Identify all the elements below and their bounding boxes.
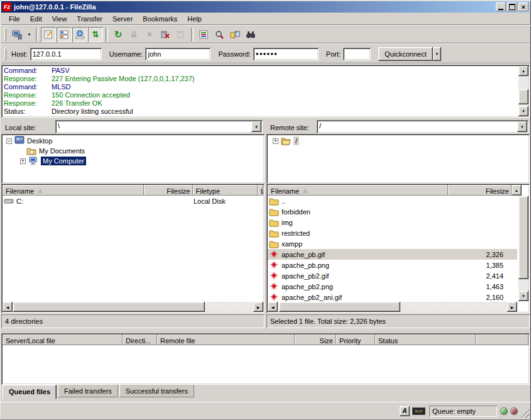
chevron-down-icon[interactable]: ▼ xyxy=(251,121,261,132)
scrollbar-thumb[interactable] xyxy=(518,196,528,279)
folder-icon xyxy=(269,239,279,249)
scroll-right-icon[interactable]: ▶ xyxy=(507,302,517,312)
scrollbar-thumb[interactable] xyxy=(13,302,205,312)
port-input[interactable] xyxy=(343,48,371,60)
file-row-selected[interactable]: apache_pb.gif2,326 xyxy=(268,249,517,260)
column-filesize[interactable]: Filesize xyxy=(448,185,512,196)
scroll-left-icon[interactable]: ◀ xyxy=(3,302,13,312)
folder-row[interactable]: .. xyxy=(268,196,517,206)
toggle-transfer-queue-button[interactable]: ⇅ xyxy=(88,27,103,42)
column-last-modified[interactable]: L xyxy=(258,185,263,196)
local-hscrollbar[interactable]: ◀ ▶ xyxy=(3,302,263,312)
toolbar-separator xyxy=(191,28,194,41)
tab-successful-transfers[interactable]: Successful transfers xyxy=(119,385,194,397)
site-manager-icon xyxy=(12,30,22,40)
remote-site-combo[interactable]: / ▼ xyxy=(317,120,528,133)
file-row-c-drive[interactable]: C: Local Disk xyxy=(3,196,263,206)
file-row[interactable]: apache_pb2_ani.gif2,160 xyxy=(268,292,517,301)
menu-help[interactable]: Help xyxy=(182,14,207,24)
file-row[interactable]: apache_pb.png1,385 xyxy=(268,260,517,270)
scroll-down-icon[interactable]: ▼ xyxy=(518,291,528,301)
remote-vscrollbar[interactable]: ▼ xyxy=(518,196,528,301)
toggle-remote-tree-button[interactable] xyxy=(72,27,87,42)
site-manager-button[interactable] xyxy=(9,27,25,42)
remote-hscrollbar[interactable]: ◀ ▶ xyxy=(268,302,517,312)
toggle-message-log-button[interactable] xyxy=(41,27,56,42)
local-list-header: Filename Filesize Filetype L xyxy=(3,185,263,196)
column-priority[interactable]: Priority xyxy=(336,334,375,345)
filter-button[interactable] xyxy=(196,27,211,42)
column-direction[interactable]: Directi... xyxy=(123,334,157,345)
menu-server[interactable]: Server xyxy=(107,14,138,24)
menu-file[interactable]: File xyxy=(4,14,25,24)
expand-icon[interactable]: + xyxy=(20,158,26,164)
folder-row[interactable]: restricted xyxy=(268,228,517,238)
search-button[interactable] xyxy=(243,27,258,42)
tree-item-desktop[interactable]: − Desktop xyxy=(6,136,52,146)
titlebar[interactable]: Fz john@127.0.0.1 - FileZilla × xyxy=(1,1,530,13)
cancel-button[interactable]: × xyxy=(142,27,157,42)
file-row[interactable]: apache_pb2.png1,463 xyxy=(268,281,517,292)
column-size[interactable]: Size xyxy=(295,334,336,345)
toolbar-gripper[interactable] xyxy=(4,28,6,41)
column-server-local-file[interactable]: Server/Local file xyxy=(3,334,123,345)
quickconnect-gripper[interactable] xyxy=(4,48,6,60)
sort-ascending-icon xyxy=(303,189,308,193)
reconnect-button[interactable] xyxy=(173,27,189,42)
tree-item-root[interactable]: + / xyxy=(273,136,299,146)
tree-item-my-documents[interactable]: My Documents xyxy=(26,146,85,156)
menu-view[interactable]: View xyxy=(47,14,72,24)
tab-failed-transfers[interactable]: Failed transfers xyxy=(58,385,118,397)
resize-grip[interactable] xyxy=(521,409,530,418)
ascii-transfer-type-icon[interactable]: A xyxy=(400,406,410,416)
log-line: Response:150 Connection accepted xyxy=(4,91,517,99)
process-queue-button[interactable]: ⇊ xyxy=(126,27,141,42)
column-filename[interactable]: Filename xyxy=(268,185,448,196)
remote-tree-icon xyxy=(75,30,85,40)
quickconnect-button[interactable]: Quickconnect xyxy=(378,47,433,61)
column-filename[interactable]: Filename xyxy=(3,185,144,196)
scroll-up-icon[interactable]: ▲ xyxy=(512,185,522,196)
scroll-up-icon[interactable]: ▲ xyxy=(518,66,528,76)
folder-row[interactable]: forbidden xyxy=(268,206,517,217)
column-filesize[interactable]: Filesize xyxy=(144,185,193,196)
maximize-button[interactable] xyxy=(507,3,517,11)
collapse-icon[interactable]: − xyxy=(6,138,12,144)
chevron-down-icon[interactable]: ▼ xyxy=(517,121,527,132)
folder-row[interactable]: img xyxy=(268,217,517,228)
tree-item-my-computer[interactable]: + My Computer xyxy=(20,156,86,166)
expand-icon[interactable]: + xyxy=(273,138,278,144)
column-remote-file[interactable]: Remote file xyxy=(157,334,295,345)
queue-body xyxy=(3,345,528,384)
close-button[interactable]: × xyxy=(518,3,528,11)
column-status[interactable]: Status xyxy=(375,334,476,345)
folder-row[interactable]: xampp xyxy=(268,238,517,249)
menu-bookmarks[interactable]: Bookmarks xyxy=(138,14,182,24)
disconnect-button[interactable] xyxy=(158,27,173,42)
menu-edit[interactable]: Edit xyxy=(25,14,47,24)
synchronized-browsing-button[interactable] xyxy=(227,27,243,42)
scrollbar-thumb[interactable] xyxy=(518,89,528,104)
tab-queued-files[interactable]: Queued files xyxy=(3,385,57,399)
file-row[interactable]: apache_pb2.gif2,414 xyxy=(268,270,517,281)
local-site-value: \ xyxy=(58,122,60,130)
host-input[interactable] xyxy=(30,48,102,60)
scroll-right-icon[interactable]: ▶ xyxy=(253,302,263,312)
folder-icon xyxy=(269,207,279,217)
username-input[interactable] xyxy=(145,48,211,60)
minimize-button[interactable] xyxy=(496,3,506,11)
local-site-combo[interactable]: \ ▼ xyxy=(55,120,263,133)
local-file-list: Filename Filesize Filetype L C: Local Di… xyxy=(1,184,265,313)
scroll-left-icon[interactable]: ◀ xyxy=(268,302,278,312)
toggle-local-tree-button[interactable] xyxy=(57,27,72,42)
column-filetype[interactable]: Filetype xyxy=(193,185,258,196)
directory-comparison-button[interactable] xyxy=(212,27,227,42)
site-manager-dropdown[interactable]: ▼ xyxy=(25,27,33,42)
scrollbar-thumb[interactable] xyxy=(279,302,400,312)
scroll-down-icon[interactable]: ▼ xyxy=(518,106,528,116)
menu-transfer[interactable]: Transfer xyxy=(72,14,107,24)
quickconnect-dropdown[interactable]: ▼ xyxy=(433,47,441,61)
password-input[interactable] xyxy=(253,48,319,60)
log-scrollbar[interactable]: ▲ ▼ xyxy=(518,66,528,116)
refresh-button[interactable]: ↻ xyxy=(111,27,126,42)
